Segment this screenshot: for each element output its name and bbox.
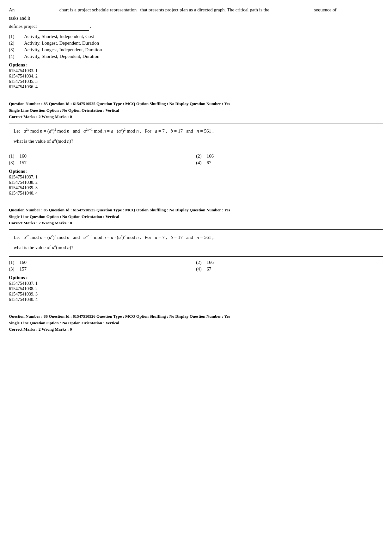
q85a-opt-val-3: 157 bbox=[20, 160, 27, 165]
question-86-block: Question Number : 86 Question Id : 61547… bbox=[9, 313, 383, 332]
q84-option-id-3: 61547541035. 3 bbox=[9, 79, 383, 84]
q84-option-id-1: 61547541033. 1 bbox=[9, 68, 383, 73]
q85b-meta2: Single Line Question Option : No Option … bbox=[9, 214, 383, 220]
q85b-opt-val-1: 160 bbox=[20, 260, 27, 265]
q84-opt-text-3: Activity, Longest, Independent, Duration bbox=[24, 47, 102, 53]
q85a-marks: Correct Marks : 2 Wrong Marks : 0 bbox=[9, 114, 383, 119]
q84-text-4: tasks and it bbox=[9, 16, 30, 21]
q85b-opt-num-1: (1) bbox=[9, 260, 15, 265]
q85a-opt-1: (1) 160 bbox=[9, 153, 196, 159]
q85a-ask: what is the value of ab(mod n)? bbox=[14, 137, 73, 146]
q84-opt-num-1: (1) bbox=[9, 34, 18, 39]
q84-option-id-4: 61547541036. 4 bbox=[9, 84, 383, 90]
q85a-opt-val-1: 160 bbox=[20, 153, 27, 159]
q85b-formula-line1: Let a2c mod n = (ac)2 mod n and a2c+1 mo… bbox=[14, 233, 378, 242]
q85b-option-id-1: 61547541037. 1 bbox=[9, 281, 383, 286]
q85a-meta: Question Number : 85 Question Id : 61547… bbox=[9, 101, 383, 107]
q85b-marks: Correct Marks : 2 Wrong Marks : 0 bbox=[9, 221, 383, 226]
q84-text-5: defines project bbox=[9, 24, 37, 29]
q85a-options-label: Options : bbox=[9, 169, 383, 174]
q85b-opt-val-2: 166 bbox=[207, 260, 214, 265]
q85a-let: Let bbox=[14, 127, 22, 135]
q84-text-3: sequence of bbox=[314, 7, 336, 12]
q85b-opt-4: (4) 67 bbox=[196, 266, 383, 272]
q85b-opt-num-4: (4) bbox=[196, 266, 202, 272]
q84-blank-3 bbox=[338, 6, 379, 14]
q85a-opt-3: (3) 157 bbox=[9, 160, 196, 165]
q85b-math2: a2c+1 mod n = a · (ac)2 mod n . For a = … bbox=[83, 233, 214, 242]
q85a-formula-line2: what is the value of ab(mod n)? bbox=[14, 137, 378, 146]
q84-options-list: (1) Activity, Shortest, Independent, Cos… bbox=[9, 34, 383, 59]
q84-option-2: (2) Activity, Longest, Dependent, Durati… bbox=[9, 41, 383, 46]
question-85a-block: Question Number : 85 Question Id : 61547… bbox=[9, 101, 383, 196]
q85a-opt-val-4: 67 bbox=[207, 160, 211, 165]
q85a-option-id-1: 61547541037. 1 bbox=[9, 175, 383, 180]
q85b-option-id-4: 61547541040. 4 bbox=[9, 297, 383, 302]
q85b-opt-val-4: 67 bbox=[207, 266, 211, 272]
q86-meta: Question Number : 86 Question Id : 61547… bbox=[9, 313, 383, 320]
q84-blank-2 bbox=[271, 6, 312, 14]
question-84-block: An chart is a project schedule represent… bbox=[9, 6, 383, 90]
q85b-opt-2: (2) 166 bbox=[196, 260, 383, 265]
q84-opt-num-4: (4) bbox=[9, 54, 18, 59]
q85b-option-id-3: 61547541039. 3 bbox=[9, 292, 383, 297]
q85b-opt-1: (1) 160 bbox=[9, 260, 196, 265]
q84-options-label: Options : bbox=[9, 62, 383, 68]
q85a-opt-num-2: (2) bbox=[196, 153, 202, 159]
q84-fill-text: An chart is a project schedule represent… bbox=[9, 6, 383, 31]
q85a-opt-2: (2) 166 bbox=[196, 153, 383, 159]
q85b-let: Let bbox=[14, 233, 22, 242]
q85a-opt-val-2: 166 bbox=[207, 153, 214, 159]
q85a-math2: a2c+1 mod n = a · (ac)2 mod n . For a = … bbox=[83, 127, 214, 135]
q85a-formula-box: Let a2c mod n = (ac)2 mod n and a2c+1 mo… bbox=[9, 123, 383, 150]
q86-marks: Correct Marks : 2 Wrong Marks : 0 bbox=[9, 327, 383, 332]
q84-option-1: (1) Activity, Shortest, Independent, Cos… bbox=[9, 34, 383, 39]
q85b-ask: what is the value of ab(mod n)? bbox=[14, 243, 73, 252]
q84-option-3: (3) Activity, Longest, Independent, Dura… bbox=[9, 47, 383, 53]
q85b-opt-num-2: (2) bbox=[196, 260, 202, 265]
q85a-option-id-4: 61547541040. 4 bbox=[9, 191, 383, 196]
q85b-opt-3: (3) 157 bbox=[9, 266, 196, 272]
q85b-options-label: Options : bbox=[9, 275, 383, 280]
q85a-opt-num-1: (1) bbox=[9, 153, 15, 159]
q84-opt-text-1: Activity, Shortest, Independent, Cost bbox=[24, 34, 94, 39]
q85b-formula-line2: what is the value of ab(mod n)? bbox=[14, 243, 378, 252]
q85a-option-id-2: 61547541038. 2 bbox=[9, 180, 383, 185]
question-85b-block: Question Number : 85 Question Id : 61547… bbox=[9, 207, 383, 302]
q85a-option-id-3: 61547541039. 3 bbox=[9, 185, 383, 190]
q84-opt-num-2: (2) bbox=[9, 41, 18, 46]
q86-meta2: Single Line Question Option : No Option … bbox=[9, 320, 383, 326]
q85b-opt-val-3: 157 bbox=[20, 266, 27, 272]
q85a-and: and bbox=[70, 127, 82, 135]
q85b-math1: a2c mod n = (ac)2 mod n bbox=[24, 233, 70, 242]
q84-option-4: (4) Activity, Shortest, Dependent, Durat… bbox=[9, 54, 383, 59]
q85b-opt-num-3: (3) bbox=[9, 266, 15, 272]
q84-option-id-2: 61547541034. 2 bbox=[9, 74, 383, 79]
q84-opt-text-2: Activity, Longest, Dependent, Duration bbox=[24, 41, 99, 46]
q85b-and: and bbox=[70, 233, 82, 242]
q85b-formula-box: Let a2c mod n = (ac)2 mod n and a2c+1 mo… bbox=[9, 229, 383, 257]
q85a-opt-num-4: (4) bbox=[196, 160, 202, 165]
q84-opt-num-3: (3) bbox=[9, 47, 18, 53]
q84-text-2: chart is a project schedule representati… bbox=[59, 7, 269, 12]
q84-blank-1 bbox=[16, 6, 58, 14]
q85b-mcq-grid: (1) 160 (2) 166 (3) 157 (4) 67 bbox=[9, 260, 383, 272]
q85a-formula-line1: Let a2c mod n = (ac)2 mod n and a2c+1 mo… bbox=[14, 127, 378, 135]
q85a-math1: a2c mod n = (ac)2 mod n bbox=[24, 127, 70, 135]
q84-text-1: An bbox=[9, 7, 15, 12]
q84-blank-4 bbox=[39, 22, 89, 31]
q84-opt-text-4: Activity, Shortest, Dependent, Duration bbox=[24, 54, 99, 59]
q85a-opt-num-3: (3) bbox=[9, 160, 15, 165]
q85b-option-id-2: 61547541038. 2 bbox=[9, 286, 383, 291]
q85a-meta2: Single Line Question Option : No Option … bbox=[9, 107, 383, 114]
q85a-mcq-grid: (1) 160 (2) 166 (3) 157 (4) 67 bbox=[9, 153, 383, 165]
q85b-meta: Question Number : 85 Question Id : 61547… bbox=[9, 207, 383, 213]
q85a-opt-4: (4) 67 bbox=[196, 160, 383, 165]
